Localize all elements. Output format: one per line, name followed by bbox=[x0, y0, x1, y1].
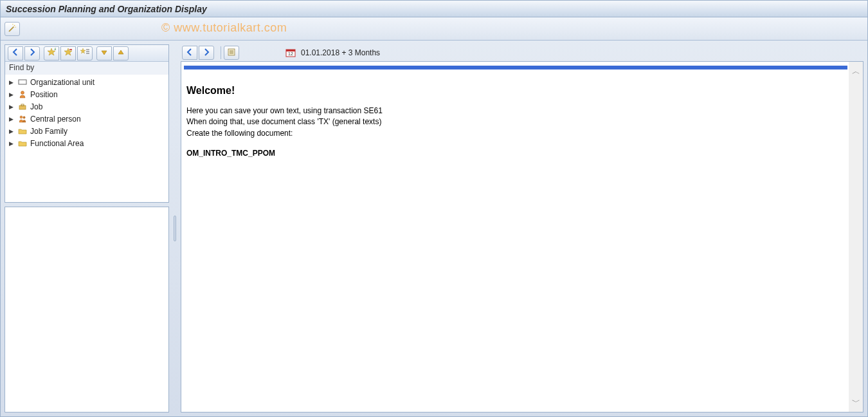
back-button[interactable] bbox=[182, 46, 197, 60]
doc-line: Create the following document: bbox=[186, 128, 842, 139]
svg-point-1 bbox=[12, 24, 13, 24]
watermark-text: © www.tutorialkart.com bbox=[161, 21, 287, 35]
svg-point-2 bbox=[15, 26, 16, 27]
favorite-remove-button[interactable] bbox=[60, 46, 76, 60]
folder-icon bbox=[17, 139, 28, 147]
header-accent-bar bbox=[184, 66, 847, 70]
arrow-left-icon bbox=[185, 48, 194, 59]
favorite-add-button[interactable]: + bbox=[44, 46, 59, 60]
find-by-label: Find by bbox=[5, 62, 168, 75]
tree-item-functional-area[interactable]: ▶ Functional Area bbox=[5, 137, 168, 149]
find-by-panel: + bbox=[5, 44, 169, 203]
doc-name: OM_INTRO_TMC_PPOM bbox=[186, 148, 842, 159]
document-viewer: Welcome! Here you can save your own text… bbox=[181, 61, 863, 412]
central-person-icon bbox=[17, 115, 28, 123]
triangle-up-icon bbox=[116, 48, 125, 59]
expand-button[interactable] bbox=[96, 46, 112, 60]
document-body: Welcome! Here you can save your own text… bbox=[181, 73, 847, 412]
separator bbox=[221, 46, 221, 59]
svg-point-0 bbox=[14, 25, 15, 26]
tree-item-label: Functional Area bbox=[30, 139, 84, 148]
job-icon bbox=[17, 102, 28, 111]
tree-item-label: Job bbox=[30, 102, 42, 111]
back-button[interactable] bbox=[8, 46, 23, 60]
svg-text:+: + bbox=[54, 48, 56, 51]
folder-icon bbox=[17, 127, 28, 135]
person-icon bbox=[17, 90, 28, 98]
date-range-widget[interactable]: 12 01.01.2018 + 3 Months bbox=[285, 48, 380, 58]
content-area: + bbox=[1, 41, 867, 416]
right-pane: 12 01.01.2018 + 3 Months Welcome! Here y… bbox=[181, 44, 863, 412]
svg-text:12: 12 bbox=[288, 51, 293, 56]
app-toolbar: © www.tutorialkart.com bbox=[1, 17, 867, 41]
tree-item-label: Position bbox=[30, 90, 58, 99]
tree-item-org-unit[interactable]: ▶ Organizational unit bbox=[5, 76, 168, 88]
expand-arrow-icon: ▶ bbox=[9, 91, 15, 98]
app-window: Succession Planning and Organization Dis… bbox=[0, 0, 868, 417]
expand-arrow-icon: ▶ bbox=[9, 116, 15, 122]
doc-line: Here you can save your own text, using t… bbox=[186, 106, 842, 116]
app-title: Succession Planning and Organization Dis… bbox=[6, 4, 207, 14]
forward-button[interactable] bbox=[24, 46, 40, 60]
welcome-heading: Welcome! bbox=[186, 85, 842, 97]
scroll-up-icon[interactable]: ︿ bbox=[852, 66, 860, 77]
svg-marker-7 bbox=[80, 48, 86, 53]
tree-item-label: Job Family bbox=[30, 127, 68, 136]
svg-point-15 bbox=[20, 116, 23, 118]
svg-rect-14 bbox=[21, 104, 24, 106]
details-button[interactable] bbox=[224, 46, 239, 60]
triangle-down-icon bbox=[100, 48, 109, 59]
title-bar: Succession Planning and Organization Dis… bbox=[1, 1, 867, 17]
scroll-down-icon[interactable]: ﹀ bbox=[852, 396, 860, 408]
svg-point-16 bbox=[23, 116, 25, 118]
expand-arrow-icon: ▶ bbox=[9, 128, 15, 134]
tree-item-job[interactable]: ▶ Job bbox=[5, 100, 168, 113]
star-minus-icon bbox=[64, 48, 73, 59]
magic-wand-button[interactable] bbox=[5, 22, 20, 36]
forward-button[interactable] bbox=[199, 46, 214, 60]
doc-line: When doing that, use document class 'TX'… bbox=[186, 116, 842, 127]
tree-item-label: Organizational unit bbox=[30, 78, 95, 87]
svg-rect-11 bbox=[19, 80, 26, 84]
tree-item-label: Central person bbox=[30, 115, 81, 124]
tree-item-position[interactable]: ▶ Position bbox=[5, 88, 168, 100]
tree-item-central-person[interactable]: ▶ Central person bbox=[5, 113, 168, 125]
star-list-icon bbox=[80, 48, 89, 59]
calendar-icon: 12 bbox=[285, 48, 296, 58]
right-toolbar: 12 01.01.2018 + 3 Months bbox=[181, 44, 863, 61]
expand-arrow-icon: ▶ bbox=[9, 79, 15, 86]
detail-panel bbox=[5, 207, 169, 412]
star-plus-icon: + bbox=[47, 48, 56, 59]
wand-icon bbox=[8, 23, 17, 34]
left-pane: + bbox=[5, 44, 169, 412]
tree-item-job-family[interactable]: ▶ Job Family bbox=[5, 125, 168, 137]
vertical-scrollbar[interactable]: ︿ ﹀ bbox=[849, 62, 863, 412]
expand-arrow-icon: ▶ bbox=[9, 140, 15, 147]
details-icon bbox=[227, 48, 236, 59]
arrow-right-icon bbox=[28, 48, 37, 59]
date-range-text: 01.01.2018 + 3 Months bbox=[301, 48, 380, 57]
find-by-tree: ▶ Organizational unit ▶ Position ▶ Job bbox=[5, 75, 168, 202]
favorite-list-button[interactable] bbox=[77, 46, 93, 60]
splitter-handle-icon bbox=[174, 216, 176, 241]
arrow-left-icon bbox=[11, 48, 20, 59]
org-unit-icon bbox=[17, 78, 28, 86]
svg-point-12 bbox=[21, 91, 24, 95]
expand-arrow-icon: ▶ bbox=[9, 104, 15, 110]
arrow-right-icon bbox=[202, 48, 211, 59]
collapse-button[interactable] bbox=[113, 46, 129, 60]
find-by-toolbar: + bbox=[5, 45, 168, 62]
vertical-splitter[interactable] bbox=[173, 44, 177, 412]
